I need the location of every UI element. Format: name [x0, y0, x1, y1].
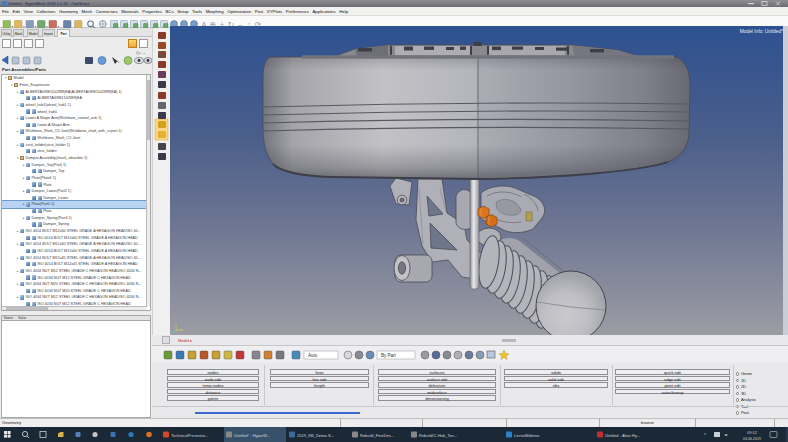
svg-text:TechnicalPresentat...: TechnicalPresentat...: [171, 433, 208, 438]
svg-text:Untitled* - HyperW...: Untitled* - HyperW...: [234, 433, 270, 438]
svg-text:2019_IIM_Demo-S...: 2019_IIM_Demo-S...: [297, 433, 334, 438]
svg-text:Auto: Auto: [308, 353, 318, 358]
svg-text:⌃: ⌃: [703, 432, 707, 438]
svg-text:03.06.2019: 03.06.2019: [743, 437, 761, 441]
svg-text:Rebuild\C-Hub_Tes...: Rebuild\C-Hub_Tes...: [419, 433, 457, 438]
svg-text:Model Info: Untitled*: Model Info: Untitled*: [740, 29, 783, 34]
svg-text:⏷: ⏷: [724, 432, 728, 438]
svg-text:09:12: 09:12: [747, 430, 758, 435]
svg-text:Rebuild_FineDes...: Rebuild_FineDes...: [360, 433, 394, 438]
svg-text:Untitled - Altair Hy...: Untitled - Altair Hy...: [605, 433, 640, 438]
svg-text:LectioWebinar: LectioWebinar: [514, 433, 540, 438]
svg-text:By Part: By Part: [381, 353, 397, 358]
